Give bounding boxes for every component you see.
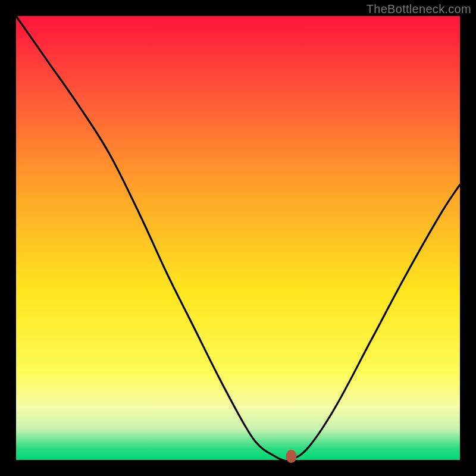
watermark-label: TheBottleneck.com: [367, 2, 471, 16]
bottleneck-curve: [16, 16, 460, 460]
chart-frame: TheBottleneck.com: [0, 0, 476, 476]
plot-area: [16, 16, 460, 460]
optimal-point-marker: [286, 450, 297, 463]
curve-path: [16, 16, 460, 461]
